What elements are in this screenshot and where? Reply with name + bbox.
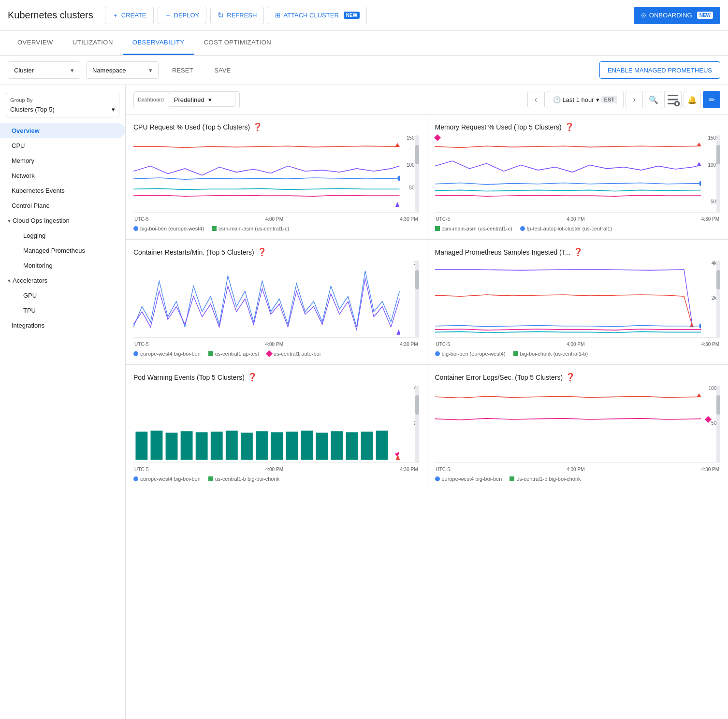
sidebar: Group By Clusters (Top 5) ▾ Overview CPU…	[0, 85, 126, 719]
dashboard-select[interactable]: Predefined ▾	[168, 93, 235, 107]
legend-square	[513, 351, 518, 356]
svg-rect-19	[271, 432, 283, 460]
compare-button[interactable]	[664, 91, 682, 108]
svg-marker-3	[395, 202, 400, 207]
svg-marker-28	[396, 455, 400, 460]
sidebar-item-network[interactable]: Network	[0, 168, 125, 183]
chart-prometheus-title: Managed Prometheus Samples Ingested (T..…	[435, 247, 721, 257]
legend-dot	[133, 351, 138, 356]
sidebar-item-integrations[interactable]: Integrations	[0, 318, 125, 333]
sidebar-item-gpu[interactable]: GPU	[0, 288, 125, 303]
legend-square	[208, 351, 213, 356]
filter-bar: Cluster ▾ Namespace ▾ RESET SAVE ENABLE …	[0, 56, 728, 85]
chart-container-error-logs: Container Error Logs/Sec. (Top 5 Cluster…	[427, 365, 728, 489]
cpu-help-icon[interactable]: ❓	[253, 122, 262, 131]
error-logs-x-labels: UTC-5 4:00 PM 4:30 PM	[435, 467, 721, 472]
tab-overview[interactable]: OVERVIEW	[8, 31, 63, 55]
onboarding-button[interactable]: ⊙ ONBOARDING NEW	[634, 7, 720, 24]
chart-container-restarts: Container Restarts/Min. (Top 5 Clusters)…	[126, 240, 427, 364]
sidebar-section-cloud-ops[interactable]: ▾ Cloud Ops Ingestion	[0, 213, 125, 228]
legend-item: europe-west4 big-boi-ben	[435, 476, 502, 482]
create-icon: ＋	[112, 11, 118, 20]
sidebar-item-monitoring[interactable]: Monitoring	[0, 258, 125, 273]
sidebar-item-kubernetes-events[interactable]: Kubernetes Events	[0, 183, 125, 198]
pod-scrollbar[interactable]	[415, 386, 419, 462]
dashboard-label: Dashboard	[138, 97, 164, 102]
prev-time-button[interactable]: ‹	[527, 91, 545, 108]
legend-item: csm-main-asm (us-central1-c)	[435, 226, 512, 231]
main-content: Group By Clusters (Top 5) ▾ Overview CPU…	[0, 85, 728, 719]
clock-icon: 🕐	[553, 96, 561, 103]
legend-item: europe-west4 big-boi-ben	[133, 476, 201, 482]
restarts-help-icon[interactable]: ❓	[257, 247, 267, 257]
reset-button[interactable]: RESET	[164, 61, 201, 79]
charts-grid: CPU Request % Used (Top 5 Clusters) ❓ 15…	[126, 115, 728, 489]
tab-bar: OVERVIEW UTILIZATION OBSERVABILITY COST …	[0, 31, 728, 56]
restarts-scrollbar[interactable]	[415, 260, 419, 337]
pod-help-icon[interactable]: ❓	[248, 373, 257, 382]
namespace-dropdown[interactable]: Namespace ▾	[86, 61, 159, 79]
svg-rect-23	[331, 431, 343, 460]
svg-rect-21	[301, 431, 313, 460]
legend-square	[510, 476, 514, 481]
memory-help-icon[interactable]: ❓	[565, 122, 574, 131]
enable-managed-prometheus-button[interactable]: ENABLE MANAGED PROMETHEUS	[599, 61, 720, 79]
error-logs-scrollbar[interactable]	[716, 386, 720, 462]
attach-new-badge: NEW	[344, 12, 360, 19]
page-title: Kubernetes clusters	[8, 10, 93, 21]
cpu-chart-area: 150% 100% 50% 0	[133, 135, 419, 213]
memory-scrollbar[interactable]	[716, 135, 720, 212]
legend-square	[435, 226, 440, 231]
tab-cost-optimization[interactable]: COST OPTIMIZATION	[194, 31, 281, 55]
legend-item: big-boi-chonk (us-central1-b)	[513, 351, 588, 357]
prometheus-x-labels: UTC-5 4:00 PM 4:30 PM	[435, 342, 721, 347]
restarts-chart-area: 10 5 0	[133, 260, 419, 338]
prometheus-help-icon[interactable]: ❓	[573, 247, 583, 257]
attach-cluster-button[interactable]: ⊞ ATTACH CLUSTER NEW	[268, 7, 367, 24]
sidebar-item-overview[interactable]: Overview	[0, 123, 125, 138]
header: Kubernetes clusters ＋ CREATE ＋ DEPLOY ↻ …	[0, 0, 728, 31]
legend-item: us-central1 auto-boi	[267, 351, 320, 357]
edit-button[interactable]: ✏	[703, 91, 720, 108]
legend-item: us-central1-b big-boi-chonk	[208, 476, 279, 482]
cluster-dropdown[interactable]: Cluster ▾	[8, 61, 80, 79]
time-range-button[interactable]: 🕐 Last 1 hour ▾ EST	[547, 91, 624, 108]
chart-memory-title: Memory Request % Used (Top 5 Clusters) ❓	[435, 122, 721, 131]
sidebar-item-logging[interactable]: Logging	[0, 228, 125, 243]
dashboard-chevron-icon: ▾	[208, 96, 212, 103]
svg-marker-4	[697, 143, 701, 146]
group-by-select[interactable]: Clusters (Top 5) ▾	[10, 106, 115, 113]
save-button[interactable]: SAVE	[206, 61, 238, 79]
sidebar-item-control-plane[interactable]: Control Plane	[0, 198, 125, 213]
search-icon: 🔍	[649, 95, 658, 104]
error-logs-help-icon[interactable]: ❓	[566, 373, 575, 382]
chart-memory-request: Memory Request % Used (Top 5 Clusters) ❓…	[427, 115, 728, 239]
chart-pod-title: Pod Warning Events (Top 5 Clusters) ❓	[133, 373, 419, 382]
next-time-button[interactable]: ›	[626, 91, 643, 108]
chart-managed-prometheus: Managed Prometheus Samples Ingested (T..…	[427, 240, 728, 364]
sidebar-section-accelerators[interactable]: ▾ Accelerators	[0, 273, 125, 288]
cpu-scrollbar[interactable]	[415, 135, 419, 212]
svg-rect-11	[151, 431, 163, 460]
tab-observability[interactable]: OBSERVABILITY	[123, 31, 194, 55]
svg-rect-13	[181, 431, 193, 460]
sidebar-item-memory[interactable]: Memory	[0, 153, 125, 168]
tab-utilization[interactable]: UTILIZATION	[63, 31, 123, 55]
legend-item: us-central1-b big-boi-chonk	[510, 476, 581, 482]
create-button[interactable]: ＋ CREATE	[105, 7, 154, 24]
time-chevron-icon: ▾	[596, 96, 599, 103]
prometheus-legend: big-boi-ben (europe-west4) big-boi-chonk…	[435, 351, 721, 357]
refresh-button[interactable]: ↻ REFRESH	[210, 7, 264, 24]
sidebar-item-tpu[interactable]: TPU	[0, 303, 125, 318]
sidebar-item-managed-prometheus[interactable]: Managed Prometheus	[0, 243, 125, 258]
svg-rect-17	[241, 433, 253, 460]
sidebar-item-cpu[interactable]: CPU	[0, 138, 125, 153]
timezone-badge: EST	[601, 96, 617, 103]
chart-cpu-request: CPU Request % Used (Top 5 Clusters) ❓ 15…	[126, 115, 427, 239]
prometheus-scrollbar[interactable]	[716, 260, 720, 337]
deploy-button[interactable]: ＋ DEPLOY	[158, 7, 207, 24]
cluster-dropdown-arrow: ▾	[71, 67, 74, 74]
alerts-button[interactable]: 🔔	[684, 91, 701, 108]
search-button[interactable]: 🔍	[645, 91, 662, 108]
chart-restarts-title: Container Restarts/Min. (Top 5 Clusters)…	[133, 247, 419, 257]
